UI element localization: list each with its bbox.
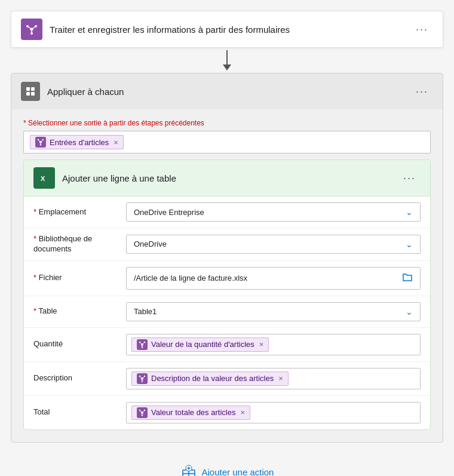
total-hub-icon [139, 409, 146, 416]
total-tag-label: Valeur totale des articles [151, 408, 235, 417]
form-row-total: Total [24, 396, 430, 429]
svg-rect-8 [31, 87, 35, 91]
apply-icon-box [21, 82, 40, 101]
add-action-section: Ajouter une action [171, 459, 284, 476]
action-card: X Ajouter une ligne à une table ··· Empl… [23, 159, 431, 430]
top-card-title: Traiter et enregistrer les informations … [50, 24, 411, 35]
top-card-icon-box [21, 19, 42, 40]
form-row-table: Table Table1 ⌄ [24, 296, 430, 328]
action-card-title: Ajouter une ligne à une table [62, 173, 398, 183]
select-output-label: Sélectionner une sortie à partir des éta… [23, 119, 431, 127]
arrow-head [223, 65, 231, 70]
action-card-ellipsis-button[interactable]: ··· [398, 170, 421, 187]
total-tag: Valeur totale des articles × [131, 406, 250, 420]
apply-card-title: Appliquer à chacun [47, 87, 411, 97]
svg-line-25 [142, 342, 145, 345]
action-card-header: X Ajouter une ligne à une table ··· [24, 160, 430, 196]
top-card-ellipsis-button[interactable]: ··· [411, 21, 433, 38]
svg-rect-7 [26, 87, 30, 91]
token-field-quantite[interactable]: Valeur de la quantité d'articles × [126, 334, 421, 355]
svg-line-24 [140, 342, 142, 345]
value-bibliotheque: OneDrive ⌄ [126, 235, 421, 254]
form-row-emplacement: Emplacement OneDrive Entreprise ⌄ [24, 196, 430, 228]
token-field-total[interactable]: Valeur totale des articles × [126, 402, 421, 423]
top-card: Traiter et enregistrer les informations … [11, 11, 443, 48]
action-card-body: Emplacement OneDrive Entreprise ⌄ Biblio… [24, 196, 430, 429]
description-tag: Description de la valeur des articles × [131, 371, 289, 386]
apply-card-body: Sélectionner une sortie à partir des éta… [11, 109, 443, 442]
label-total: Total [33, 407, 126, 417]
form-row-description: Description [24, 362, 430, 396]
apply-card: Appliquer à chacun ··· Sélectionner une … [11, 73, 443, 443]
apply-each-icon [25, 86, 36, 97]
quantite-tag-remove[interactable]: × [259, 340, 264, 349]
value-quantite: Valeur de la quantité d'articles × [126, 334, 421, 355]
description-hub-icon [139, 375, 146, 382]
arrow-line [226, 50, 228, 65]
tag-hub-icon [37, 139, 44, 146]
apply-card-header: Appliquer à chacun ··· [11, 73, 443, 109]
add-action-icon [180, 464, 197, 476]
value-description: Description de la valeur des articles × [126, 368, 421, 389]
quantite-hub-icon [139, 341, 146, 348]
svg-line-38 [140, 410, 142, 413]
form-row-bibliotheque: Bibliothèque dedocuments OneDrive ⌄ [24, 228, 430, 261]
total-tag-remove[interactable]: × [240, 408, 245, 417]
hub-icon [26, 23, 38, 35]
dropdown-emplacement-arrow: ⌄ [406, 207, 413, 217]
quantite-tag: Valeur de la quantité d'articles × [131, 337, 269, 352]
tag-input-field[interactable]: Entrées d'articles × [23, 131, 431, 153]
label-fichier: Fichier [33, 273, 126, 283]
dropdown-table-arrow: ⌄ [406, 307, 413, 317]
svg-line-5 [32, 26, 36, 29]
dropdown-table[interactable]: Table1 ⌄ [126, 302, 421, 321]
quantite-tag-icon [137, 339, 148, 350]
description-tag-icon [137, 373, 148, 384]
dropdown-bibliotheque[interactable]: OneDrive ⌄ [126, 235, 421, 254]
label-emplacement: Emplacement [33, 207, 126, 217]
svg-line-39 [142, 410, 145, 413]
dropdown-emplacement-value: OneDrive Entreprise [134, 208, 204, 217]
entries-tag-remove[interactable]: × [114, 138, 118, 147]
description-tag-label: Description de la valeur des articles [151, 374, 274, 383]
value-table: Table1 ⌄ [126, 302, 421, 321]
total-tag-icon [137, 407, 148, 418]
arrow-connector-1 [223, 50, 231, 70]
folder-icon [402, 272, 413, 282]
add-action-label: Ajouter une action [202, 467, 274, 476]
svg-line-31 [140, 376, 142, 379]
file-field-fichier[interactable]: /Article de la ligne de facture.xlsx [126, 267, 421, 290]
add-action-button[interactable]: Ajouter une action [171, 459, 284, 476]
entries-tag: Entrées d'articles × [30, 135, 124, 149]
svg-line-15 [38, 140, 41, 142]
svg-line-16 [41, 140, 43, 142]
svg-line-32 [142, 376, 145, 379]
label-description: Description [33, 373, 126, 383]
top-card-header: Traiter et enregistrer les informations … [11, 11, 443, 47]
svg-rect-9 [26, 92, 30, 96]
excel-icon-box: X [33, 167, 55, 189]
token-field-description[interactable]: Description de la valeur des articles × [126, 368, 421, 389]
svg-text:X: X [41, 175, 45, 182]
label-table: Table [33, 306, 126, 317]
entries-tag-icon [35, 137, 46, 148]
form-row-fichier: Fichier /Article de la ligne de facture.… [24, 261, 430, 296]
excel-icon: X [38, 171, 51, 185]
entries-tag-label: Entrées d'articles [50, 138, 109, 147]
svg-rect-10 [31, 92, 35, 96]
dropdown-bibliotheque-arrow: ⌄ [406, 239, 413, 249]
dropdown-emplacement[interactable]: OneDrive Entreprise ⌄ [126, 202, 421, 222]
label-quantite: Quantité [33, 339, 126, 349]
dropdown-bibliotheque-value: OneDrive [134, 239, 167, 248]
description-tag-remove[interactable]: × [278, 374, 283, 383]
value-fichier: /Article de la ligne de facture.xlsx [126, 267, 421, 290]
file-field-value: /Article de la ligne de facture.xlsx [134, 274, 247, 282]
value-total: Valeur totale des articles × [126, 402, 421, 423]
form-row-quantite: Quantité [24, 328, 430, 362]
dropdown-table-value: Table1 [134, 307, 157, 316]
svg-line-4 [27, 26, 32, 29]
file-browse-icon [402, 272, 413, 285]
apply-card-ellipsis-button[interactable]: ··· [411, 83, 433, 100]
label-bibliotheque: Bibliothèque dedocuments [33, 234, 126, 254]
quantite-tag-label: Valeur de la quantité d'articles [151, 340, 254, 349]
